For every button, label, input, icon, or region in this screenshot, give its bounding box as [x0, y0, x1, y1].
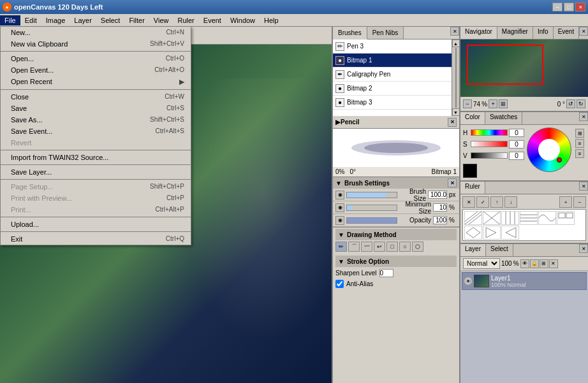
menu-exit[interactable]: ExitCtrl+Q: [1, 233, 191, 245]
zoom-in-btn[interactable]: +: [489, 99, 497, 108]
layer-lock-btn[interactable]: 🔒: [530, 259, 539, 268]
tab-magnifier[interactable]: Magnifier: [497, 27, 533, 39]
tab-color[interactable]: Color: [460, 112, 485, 124]
ruler-btn-add[interactable]: +: [559, 196, 572, 208]
minimize-button[interactable]: ─: [552, 3, 562, 11]
scroll-up-btn[interactable]: ▲: [452, 40, 460, 47]
scroll-thumb[interactable]: [455, 48, 457, 108]
ruler-close-btn[interactable]: ✕: [579, 182, 588, 191]
opacity-input[interactable]: [433, 216, 447, 224]
menu-item-window[interactable]: Window: [226, 15, 260, 25]
v-input[interactable]: [509, 152, 524, 160]
color-wheel[interactable]: [527, 127, 571, 172]
scroll-down-btn[interactable]: ▼: [452, 108, 460, 116]
min-size-icon[interactable]: ◉: [335, 203, 344, 212]
menu-item-help[interactable]: Help: [260, 15, 283, 25]
method-icon-circle[interactable]: ○: [399, 242, 411, 252]
menu-save-as[interactable]: Save As...Shift+Ctrl+S: [1, 114, 191, 126]
ruler-tile-cross[interactable]: [483, 211, 501, 225]
min-size-bar[interactable]: [346, 205, 397, 211]
brush-size-input[interactable]: [428, 191, 447, 199]
blend-mode-select[interactable]: Normal Multiply Screen: [463, 258, 500, 269]
color-icon-2[interactable]: ≡: [575, 139, 584, 148]
method-icon-pen[interactable]: ✏: [335, 242, 347, 252]
method-icon-wave[interactable]: 〰: [361, 242, 372, 252]
menu-item-layer[interactable]: Layer: [70, 15, 96, 25]
ruler-tile-horiz[interactable]: [520, 211, 538, 225]
opacity-bar[interactable]: [346, 217, 397, 224]
menu-open-recent[interactable]: Open Recent▶: [1, 76, 191, 88]
v-slider[interactable]: [471, 152, 508, 159]
tab-select[interactable]: Select: [486, 244, 513, 256]
color-icon-1[interactable]: ⊞: [575, 129, 584, 138]
tab-pen-nibs[interactable]: Pen Nibs: [367, 27, 404, 39]
min-size-input[interactable]: [433, 203, 447, 212]
ruler-tile-right[interactable]: [483, 226, 501, 240]
h-input[interactable]: [509, 129, 524, 137]
tab-navigator[interactable]: Navigator: [460, 27, 497, 39]
ruler-tile-diamond[interactable]: [464, 226, 482, 240]
tab-ruler[interactable]: Ruler: [460, 182, 485, 194]
method-icon-arrow[interactable]: ↩: [374, 242, 385, 252]
method-icon-rect[interactable]: □: [386, 242, 398, 252]
layer-merge-btn[interactable]: ⊞: [540, 259, 548, 268]
ruler-btn-4[interactable]: ↓: [504, 196, 517, 208]
menu-close[interactable]: CloseCtrl+W: [1, 91, 191, 103]
menu-import-twain[interactable]: Import from TWAIN32 Source...: [1, 152, 191, 163]
menu-item-event[interactable]: Event: [199, 15, 226, 25]
brush-item-bitmap1[interactable]: ● Bitmap 1: [333, 54, 459, 68]
tab-event[interactable]: Event: [554, 27, 580, 39]
ruler-tile-lines[interactable]: [464, 211, 482, 225]
menu-upload[interactable]: Upload...: [1, 219, 191, 230]
ruler-btn-remove[interactable]: −: [573, 196, 586, 208]
ruler-btn-3[interactable]: ↑: [490, 196, 503, 208]
menu-item-filter[interactable]: Filter: [124, 15, 149, 25]
tab-brushes[interactable]: Brushes: [333, 27, 367, 40]
brush-item-bitmap2[interactable]: ● Bitmap 2: [333, 82, 459, 96]
menu-save[interactable]: SaveCtrl+S: [1, 103, 191, 114]
zoom-out-btn[interactable]: −: [463, 99, 472, 108]
layer-item-1[interactable]: 👁 Layer1 100% Normal: [462, 272, 587, 290]
brush-settings-close[interactable]: ✕: [448, 178, 457, 187]
menu-save-layer[interactable]: Save Layer...: [1, 166, 191, 178]
antialias-checkbox[interactable]: [335, 280, 344, 288]
menu-open-event[interactable]: Open Event...Ctrl+Alt+O: [1, 64, 191, 76]
ruler-tile-wave[interactable]: [538, 211, 556, 225]
menu-item-file[interactable]: File: [0, 15, 20, 25]
brush-item-caligraphy[interactable]: ✒ Caligraphy Pen: [333, 68, 459, 82]
brushes-panel-close[interactable]: ✕: [450, 27, 459, 36]
pencil-close-btn[interactable]: ✕: [448, 118, 457, 127]
layer-delete-btn[interactable]: ✕: [549, 259, 558, 268]
brush-size-icon[interactable]: ◉: [335, 191, 344, 199]
brush-item-bitmap3[interactable]: ● Bitmap 3: [333, 96, 459, 110]
menu-save-event[interactable]: Save Event...Ctrl+Alt+S: [1, 126, 191, 137]
ruler-btn-1[interactable]: ✕: [462, 196, 475, 208]
menu-item-view[interactable]: View: [149, 15, 173, 25]
method-icon-poly[interactable]: ⬡: [412, 242, 423, 252]
h-slider[interactable]: [471, 129, 508, 136]
sharpen-input[interactable]: [379, 269, 393, 277]
foreground-color[interactable]: [463, 164, 477, 178]
menu-item-select[interactable]: Select: [96, 15, 125, 25]
close-button[interactable]: ✕: [575, 3, 585, 11]
ruler-tile-left[interactable]: [501, 226, 519, 240]
tab-info[interactable]: Info: [533, 27, 554, 39]
layer-eye-btn[interactable]: 👁: [520, 259, 529, 268]
menu-new-clipboard[interactable]: New via ClipboardShift+Ctrl+V: [1, 38, 191, 50]
maximize-button[interactable]: □: [564, 3, 574, 11]
menu-item-edit[interactable]: Edit: [20, 15, 41, 25]
zoom-fit-btn[interactable]: ⊞: [499, 99, 508, 108]
opacity-icon[interactable]: ◉: [335, 216, 344, 225]
navigator-close-btn[interactable]: ✕: [579, 27, 588, 36]
menu-new[interactable]: New...Ctrl+N: [1, 27, 191, 38]
tab-swatches[interactable]: Swatches: [485, 112, 522, 124]
ruler-tile-vert[interactable]: [501, 211, 519, 225]
color-close-btn[interactable]: ✕: [579, 112, 588, 121]
color-icon-3[interactable]: ≡: [575, 149, 584, 158]
rotate-cw-btn[interactable]: ↻: [577, 99, 585, 108]
brush-list-scrollbar[interactable]: ▲ ▼: [452, 40, 459, 116]
ruler-btn-2[interactable]: ✓: [476, 196, 489, 208]
rotate-ccw-btn[interactable]: ↺: [566, 99, 575, 108]
menu-item-ruler[interactable]: Ruler: [173, 15, 199, 25]
ruler-tile-grid[interactable]: [557, 211, 575, 225]
